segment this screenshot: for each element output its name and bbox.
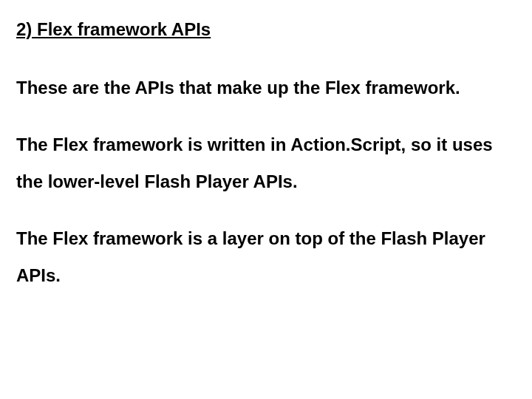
section-heading: 2) Flex framework APIs [16,18,519,41]
document-page: 2) Flex framework APIs These are the API… [0,0,532,399]
paragraph: The Flex framework is a layer on top of … [16,220,519,295]
paragraph: The Flex framework is written in Action.… [16,126,519,201]
paragraph: These are the APIs that make up the Flex… [16,69,519,106]
